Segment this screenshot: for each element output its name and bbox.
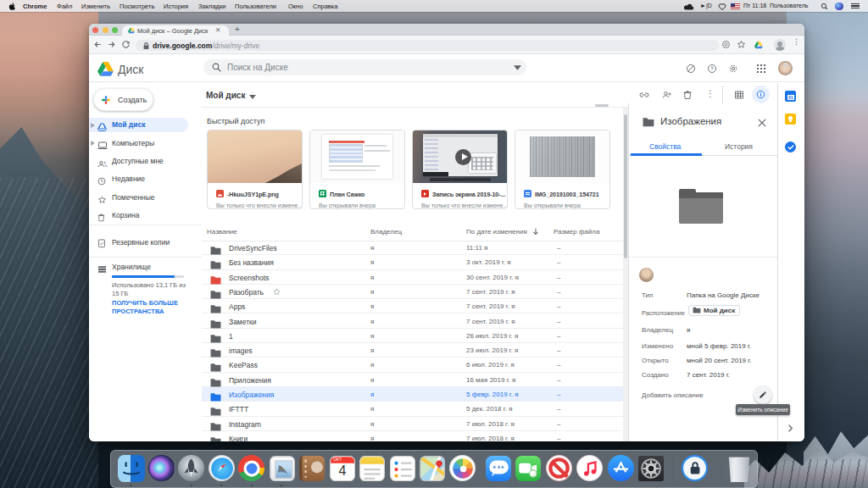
svg-text:?: ? [710,66,714,71]
